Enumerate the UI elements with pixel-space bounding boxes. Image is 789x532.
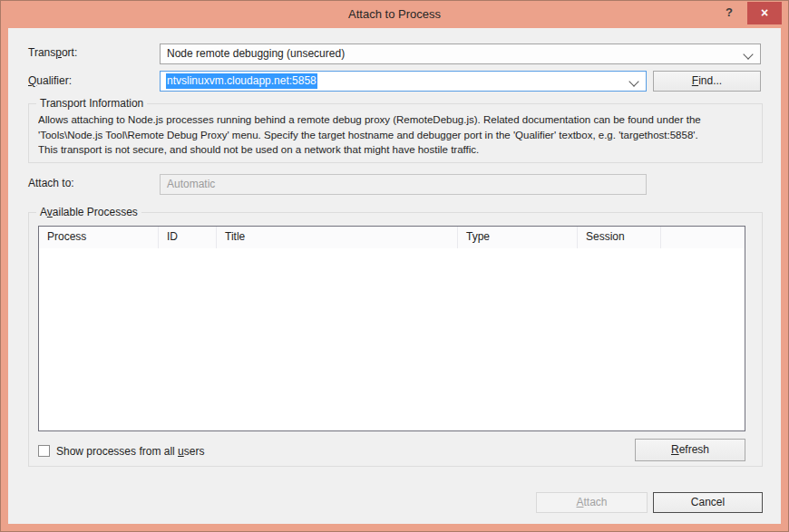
qualifier-value-selected: ntvslinuxvm.cloudapp.net:5858 bbox=[166, 73, 317, 89]
column-header-process[interactable]: Process bbox=[39, 227, 159, 248]
show-all-users-label: Show processes from all users bbox=[56, 445, 204, 458]
dialog-title: Attach to Process bbox=[1, 7, 788, 21]
transport-value: Node remote debugging (unsecured) bbox=[161, 44, 760, 63]
chevron-down-icon[interactable] bbox=[628, 76, 638, 86]
info-line: This transport is not secure, and should… bbox=[38, 142, 753, 158]
info-line: Allows attaching to Node.js processes ru… bbox=[38, 112, 753, 128]
column-header-id[interactable]: ID bbox=[159, 227, 217, 248]
show-all-users-checkbox[interactable] bbox=[38, 445, 50, 457]
refresh-button[interactable]: Refresh bbox=[635, 439, 745, 461]
column-header-type[interactable]: Type bbox=[458, 227, 578, 248]
transport-information-title: Transport Information bbox=[36, 97, 147, 111]
info-line: 'Tools\Node.js Tool\Remote Debug Proxy' … bbox=[38, 128, 753, 143]
process-list-header: Process ID Title Type Session bbox=[39, 227, 745, 249]
find-button[interactable]: Find... bbox=[653, 71, 761, 92]
qualifier-combobox[interactable]: ntvslinuxvm.cloudapp.net:5858 bbox=[160, 71, 647, 92]
cancel-button[interactable]: Cancel bbox=[653, 492, 763, 513]
transport-label: Transport: bbox=[28, 44, 77, 62]
attach-to-label: Attach to: bbox=[28, 174, 74, 192]
column-header-session[interactable]: Session bbox=[578, 227, 661, 248]
column-header-blank[interactable] bbox=[661, 227, 745, 248]
qualifier-label: Qualifier: bbox=[28, 72, 72, 90]
attach-to-field: Automatic bbox=[160, 174, 647, 195]
process-list[interactable]: Process ID Title Type Session bbox=[38, 226, 745, 431]
process-list-body[interactable] bbox=[39, 248, 745, 430]
attach-to-process-dialog: Attach to Process ? × Transport: Node re… bbox=[0, 0, 789, 532]
close-icon[interactable]: × bbox=[747, 2, 782, 24]
transport-information-text: Allows attaching to Node.js processes ru… bbox=[29, 104, 762, 158]
transport-information-group: Transport Information Allows attaching t… bbox=[28, 103, 763, 163]
attach-to-value: Automatic bbox=[161, 175, 646, 194]
attach-button[interactable]: Attach bbox=[536, 492, 648, 513]
column-header-title[interactable]: Title bbox=[217, 227, 458, 248]
transport-combobox[interactable]: Node remote debugging (unsecured) bbox=[160, 44, 761, 64]
dialog-body: Transport: Node remote debugging (unsecu… bbox=[8, 28, 781, 524]
help-icon[interactable]: ? bbox=[720, 5, 738, 24]
available-processes-group: Available Processes Process ID Title Typ… bbox=[28, 212, 763, 467]
available-processes-title: Available Processes bbox=[36, 206, 141, 219]
titlebar[interactable]: Attach to Process ? × bbox=[1, 1, 788, 28]
